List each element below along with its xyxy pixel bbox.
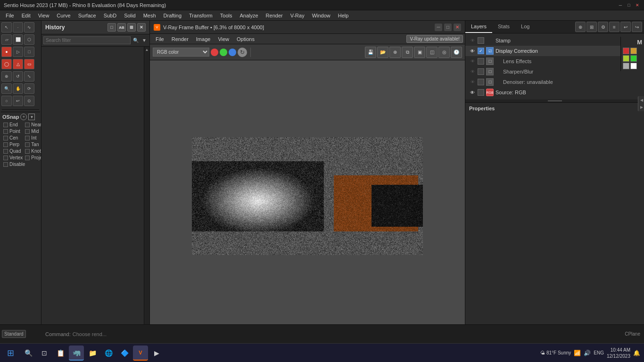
standard-tab[interactable]: Standard xyxy=(2,330,26,338)
scroll-up-btn[interactable]: ▲ xyxy=(145,48,149,52)
vray-close-btn[interactable]: ✕ xyxy=(454,24,461,31)
osnap-perp-checkbox[interactable] xyxy=(3,142,8,147)
point-tool[interactable]: · xyxy=(13,22,23,33)
network-icon[interactable]: 📶 xyxy=(574,350,581,356)
osnap-knot-checkbox[interactable] xyxy=(25,149,30,154)
menu-mesh[interactable]: Mesh xyxy=(140,12,160,19)
refresh-btn[interactable]: ↻ xyxy=(238,48,247,57)
select-tool[interactable]: ↖ xyxy=(1,22,12,33)
osnap-vertex[interactable]: Vertex xyxy=(2,155,24,161)
le-visibility-icon[interactable]: 👁 xyxy=(469,58,476,65)
menu-view[interactable]: View xyxy=(34,12,53,19)
osnap-end-checkbox[interactable] xyxy=(3,123,8,127)
clone-btn[interactable]: ⧉ xyxy=(402,47,413,58)
history-scrollbar[interactable]: ▲ ▼ xyxy=(144,47,149,343)
history-text-btn[interactable]: AB xyxy=(117,23,126,32)
mesh-tool[interactable]: ⬡ xyxy=(24,34,34,45)
taskbar-vray-app[interactable]: V xyxy=(133,346,148,361)
dc-checkbox[interactable]: ✓ xyxy=(478,48,484,54)
lens-btn[interactable]: ◎ xyxy=(438,47,450,58)
swatch-green[interactable] xyxy=(630,55,637,62)
orbit-tool[interactable]: ○ xyxy=(1,96,12,106)
arrow-tool[interactable]: ▷ xyxy=(13,47,23,57)
menu-help[interactable]: Help xyxy=(334,12,353,19)
layers-tb-4[interactable]: ≡ xyxy=(609,22,619,32)
taskbar-rhino[interactable]: 🦏 xyxy=(69,346,84,361)
layers-tb-1[interactable]: ⊕ xyxy=(575,22,586,32)
swatch-lime[interactable] xyxy=(623,55,629,62)
menu-file[interactable]: File xyxy=(2,12,18,19)
red-channel-btn[interactable] xyxy=(211,49,218,56)
layers-tb-6[interactable]: ↪ xyxy=(632,22,642,32)
vray-minimize-btn[interactable]: ─ xyxy=(435,24,442,31)
menu-render[interactable]: Render xyxy=(262,12,287,19)
layers-tb-5[interactable]: ↩ xyxy=(620,22,631,32)
taskbar-search[interactable]: 🔍 xyxy=(21,346,36,361)
osnap-point-checkbox[interactable] xyxy=(3,129,8,134)
osnap-cen-checkbox[interactable] xyxy=(3,136,8,140)
history-grid-btn[interactable]: ⊞ xyxy=(127,23,136,32)
menu-vray[interactable]: V-Ray xyxy=(287,12,308,19)
cursor-info-btn[interactable]: ⊕ xyxy=(389,47,401,58)
history-btn[interactable]: 🕐 xyxy=(451,47,462,58)
volume-icon[interactable]: 🔊 xyxy=(584,350,591,356)
osnap-tan[interactable]: Tan xyxy=(24,141,41,148)
tab-stats[interactable]: Stats xyxy=(492,21,515,33)
osnap-disable[interactable]: Disable xyxy=(2,161,41,167)
box-tool[interactable]: □ xyxy=(24,47,34,57)
menu-transform[interactable]: Transform xyxy=(185,12,216,19)
osnap-end[interactable]: End xyxy=(2,122,24,128)
clock[interactable]: 10:44 AM 12/12/2023 xyxy=(607,347,630,359)
menu-edit[interactable]: Edit xyxy=(18,12,34,19)
vray-menu-options[interactable]: Options xyxy=(233,35,258,43)
dn-visibility-icon[interactable]: 👁 xyxy=(469,79,476,85)
taskbar-widgets[interactable]: 📋 xyxy=(53,346,68,361)
sb-visibility-icon[interactable]: 👁 xyxy=(469,68,476,75)
layer-source-rgb[interactable]: 👁 RGB Source: RGB xyxy=(465,87,644,98)
osnap-project-checkbox[interactable] xyxy=(25,156,30,160)
start-button[interactable]: ⊞ xyxy=(2,345,19,362)
zoom-tool[interactable]: 🔍 xyxy=(1,83,12,94)
osnap-mid-checkbox[interactable] xyxy=(25,129,30,134)
extra-tool[interactable]: ⊙ xyxy=(24,96,34,106)
save-image-btn[interactable]: 💾 xyxy=(365,47,376,58)
vray-menu-view[interactable]: View xyxy=(214,35,233,43)
le-checkbox[interactable] xyxy=(478,58,484,65)
vray-menu-file[interactable]: File xyxy=(152,35,168,43)
maximize-btn[interactable]: □ xyxy=(626,2,632,8)
notification-btn[interactable]: 🔔 xyxy=(633,350,640,356)
rotate-tool[interactable]: ↺ xyxy=(13,71,23,82)
undo-tool[interactable]: ↩ xyxy=(13,96,23,106)
blue-channel-btn[interactable] xyxy=(229,49,236,56)
vray-maximize-btn[interactable]: □ xyxy=(444,24,452,31)
osnap-cen[interactable]: Cen xyxy=(2,135,24,141)
menu-curve[interactable]: Curve xyxy=(53,12,74,19)
osnap-tan-checkbox[interactable] xyxy=(25,142,30,147)
pan-tool[interactable]: ✋ xyxy=(13,83,23,94)
vray-update-badge[interactable]: V-Ray update available! xyxy=(406,35,463,43)
taskbar-app2[interactable]: ▶ xyxy=(149,346,164,361)
taskbar-chrome[interactable]: 🌐 xyxy=(101,346,116,361)
solid-tool[interactable]: ⬜ xyxy=(13,34,23,45)
swatch-gray[interactable] xyxy=(623,63,629,69)
menu-tools[interactable]: Tools xyxy=(216,12,236,19)
osnap-perp[interactable]: Perp xyxy=(2,141,24,148)
circle-tool[interactable]: ● xyxy=(1,47,12,57)
osnap-knot[interactable]: Knot xyxy=(24,148,41,154)
region-btn[interactable]: ▣ xyxy=(414,47,425,58)
osnap-disable-checkbox[interactable] xyxy=(3,162,8,167)
search-btn[interactable]: 🔍 xyxy=(132,37,140,44)
red-tool2[interactable]: △ xyxy=(13,59,23,69)
taskbar-edge[interactable]: 🔷 xyxy=(117,346,132,361)
menu-analyze[interactable]: Analyze xyxy=(236,12,262,19)
tab-layers[interactable]: Layers xyxy=(465,21,492,33)
history-new-btn[interactable]: □ xyxy=(107,23,116,32)
swatch-red[interactable] xyxy=(623,48,629,54)
menu-subd[interactable]: SubD xyxy=(100,12,121,19)
osnap-add-btn[interactable]: + xyxy=(20,114,27,120)
dn-checkbox[interactable] xyxy=(478,79,484,85)
rotate3d-tool[interactable]: ⟳ xyxy=(24,83,34,94)
layer-lens-effects[interactable]: 👁 ☐ Lens Effects xyxy=(465,56,644,66)
history-close-btn[interactable]: ✕ xyxy=(137,23,146,32)
vray-menu-image[interactable]: Image xyxy=(192,35,215,43)
